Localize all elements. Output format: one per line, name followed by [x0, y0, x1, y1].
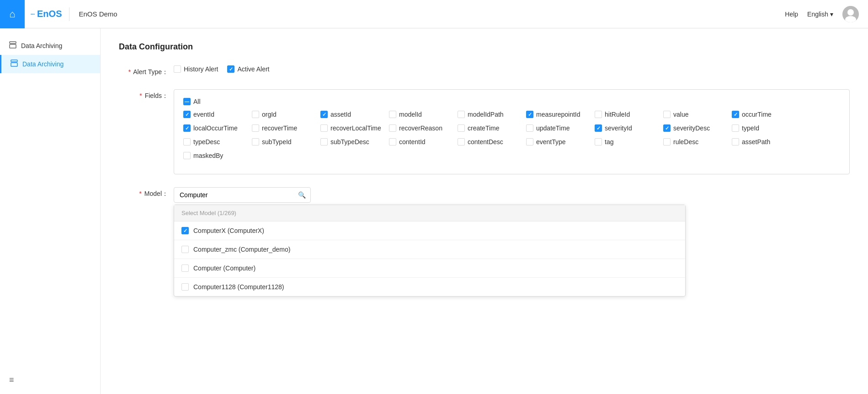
field-item-recoverTime[interactable]: recoverTime [252, 124, 316, 132]
fields-row: * Fields： All eventId orgId [119, 89, 850, 174]
field-checkbox-ruleDesc[interactable] [663, 138, 671, 146]
model-option-computer[interactable]: Computer (Computer) [174, 259, 685, 278]
field-checkbox-orgId[interactable] [252, 111, 259, 118]
field-checkbox-eventId[interactable] [183, 111, 191, 118]
field-checkbox-subTypeDesc[interactable] [320, 138, 328, 146]
svg-rect-4 [10, 44, 16, 48]
field-item-createTime[interactable]: createTime [458, 124, 522, 132]
active-alert-checkbox-item[interactable]: Active Alert [227, 65, 269, 73]
topnav-right: Help English ▾ [785, 6, 859, 22]
field-checkbox-tag[interactable] [595, 138, 602, 146]
field-item-subTypeDesc[interactable]: subTypeDesc [320, 138, 384, 146]
field-item-severityId[interactable]: severityId [595, 124, 659, 132]
model-option-checkbox-computer[interactable] [181, 264, 189, 272]
fields-all-row: All [183, 98, 840, 105]
language-selector[interactable]: English ▾ [807, 11, 833, 18]
field-checkbox-createTime[interactable] [458, 124, 465, 132]
model-option-checkbox-computerX[interactable] [181, 227, 189, 234]
field-label-recoverLocalTime: recoverLocalTime [330, 124, 381, 132]
field-item-contentId[interactable]: contentId [389, 138, 453, 146]
field-checkbox-eventType[interactable] [526, 138, 533, 146]
model-option-computer_zmc[interactable]: Computer_zmc (Computer_demo) [174, 240, 685, 259]
avatar[interactable] [842, 6, 859, 22]
field-item-hitRuleId[interactable]: hitRuleId [595, 111, 659, 118]
field-checkbox-localOccurTime[interactable] [183, 124, 191, 132]
sidebar-item-data-archiving-child[interactable]: Data Archiving [0, 55, 100, 73]
model-search-input[interactable] [174, 188, 310, 202]
field-checkbox-severityDesc[interactable] [663, 124, 671, 132]
field-item-orgId[interactable]: orgId [252, 111, 316, 118]
field-checkbox-maskedBy[interactable] [183, 152, 191, 159]
field-checkbox-updateTime[interactable] [526, 124, 533, 132]
field-item-subTypeId[interactable]: subTypeId [252, 138, 316, 146]
field-item-eventType[interactable]: eventType [526, 138, 590, 146]
logo-text: EnOS [37, 9, 62, 19]
field-item-occurTime[interactable]: occurTime [732, 111, 796, 118]
field-item-modelIdPath[interactable]: modelIdPath [458, 111, 522, 118]
field-label-modelIdPath: modelIdPath [468, 111, 504, 118]
field-item-assetId[interactable]: assetId [320, 111, 384, 118]
history-alert-checkbox[interactable] [174, 65, 181, 73]
all-checkbox[interactable] [183, 98, 191, 105]
field-item-eventId[interactable]: eventId [183, 111, 247, 118]
all-checkbox-item[interactable]: All [183, 98, 840, 105]
field-item-typeId[interactable]: typeId [732, 124, 796, 132]
field-item-severityDesc[interactable]: severityDesc [663, 124, 727, 132]
model-input-wrap: 🔍 [174, 187, 311, 203]
field-item-assetPath[interactable]: assetPath [732, 138, 796, 146]
model-option-checkbox-computer1128[interactable] [181, 283, 189, 291]
field-checkbox-contentId[interactable] [389, 138, 396, 146]
field-label-subTypeDesc: subTypeDesc [330, 138, 369, 146]
avatar-icon [842, 6, 859, 22]
sidebar-item-data-archiving-parent[interactable]: Data Archiving [0, 37, 100, 55]
main-content: Data Configuration * Alert Type： History… [101, 28, 868, 394]
field-label-severityId: severityId [605, 124, 632, 132]
field-checkbox-severityId[interactable] [595, 124, 602, 132]
home-button[interactable]: ⌂ [0, 0, 25, 28]
field-item-ruleDesc[interactable]: ruleDesc [663, 138, 727, 146]
field-item-updateTime[interactable]: updateTime [526, 124, 590, 132]
field-label-typeId: typeId [742, 124, 759, 132]
field-checkbox-recoverTime[interactable] [252, 124, 259, 132]
field-label-assetId: assetId [330, 111, 351, 118]
field-item-recoverReason[interactable]: recoverReason [389, 124, 453, 132]
field-item-maskedBy[interactable]: maskedBy [183, 152, 247, 159]
field-checkbox-typeDesc[interactable] [183, 138, 191, 146]
active-alert-checkbox[interactable] [227, 65, 234, 73]
field-item-localOccurTime[interactable]: localOccurTime [183, 124, 247, 132]
field-checkbox-modelIdPath[interactable] [458, 111, 465, 118]
field-checkbox-contentDesc[interactable] [458, 138, 465, 146]
field-item-tag[interactable]: tag [595, 138, 659, 146]
model-content: 🔍 Select Model (1/269) ComputerX (Comput… [174, 187, 850, 297]
page-title: Data Configuration [119, 42, 850, 52]
field-label-recoverReason: recoverReason [399, 124, 442, 132]
field-checkbox-occurTime[interactable] [732, 111, 739, 118]
home-icon: ⌂ [9, 8, 15, 20]
field-item-recoverLocalTime[interactable]: recoverLocalTime [320, 124, 384, 132]
nav-divider [69, 7, 69, 21]
field-checkbox-hitRuleId[interactable] [595, 111, 602, 118]
field-checkbox-measurepointId[interactable] [526, 111, 533, 118]
field-item-measurepointId[interactable]: measurepointId [526, 111, 590, 118]
collapse-button[interactable]: ≡ [9, 375, 14, 385]
alert-type-group: History Alert Active Alert [174, 65, 850, 73]
field-checkbox-value[interactable] [663, 111, 671, 118]
model-option-checkbox-computer_zmc[interactable] [181, 246, 189, 253]
field-item-typeDesc[interactable]: typeDesc [183, 138, 247, 146]
field-item-contentDesc[interactable]: contentDesc [458, 138, 522, 146]
model-option-computer1128[interactable]: Computer1128 (Computer1128) [174, 278, 685, 296]
field-checkbox-assetId[interactable] [320, 111, 328, 118]
field-item-value[interactable]: value [663, 111, 727, 118]
field-checkbox-assetPath[interactable] [732, 138, 739, 146]
field-checkbox-recoverLocalTime[interactable] [320, 124, 328, 132]
field-item-modelId[interactable]: modelId [389, 111, 453, 118]
field-checkbox-subTypeId[interactable] [252, 138, 259, 146]
model-option-computerX[interactable]: ComputerX (ComputerX) [174, 221, 685, 240]
help-link[interactable]: Help [785, 11, 798, 18]
search-icon[interactable]: 🔍 [298, 191, 306, 199]
history-alert-checkbox-item[interactable]: History Alert [174, 65, 218, 73]
logo: ··· EnOS [30, 9, 62, 19]
field-checkbox-modelId[interactable] [389, 111, 396, 118]
field-checkbox-recoverReason[interactable] [389, 124, 396, 132]
field-checkbox-typeId[interactable] [732, 124, 739, 132]
